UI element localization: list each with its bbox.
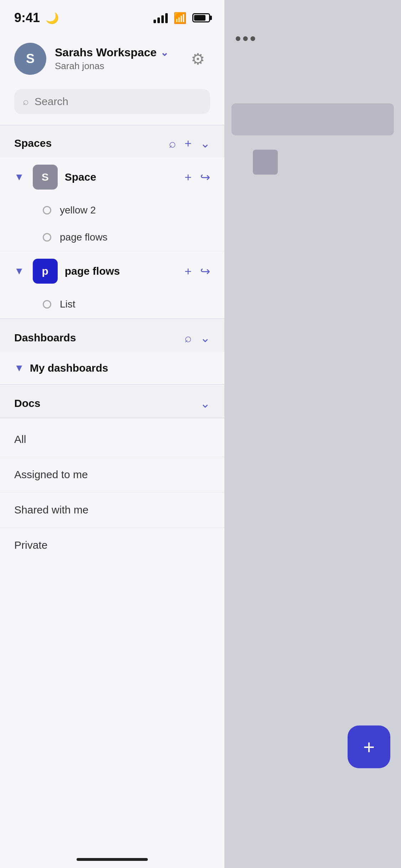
sub-item-0-1[interactable]: page flows xyxy=(0,224,224,251)
dashboards-collapse-icon[interactable]: ⌄ xyxy=(200,331,210,345)
sub-item-0-0[interactable]: yellow 2 xyxy=(0,197,224,224)
sub-item-label-0-0: yellow 2 xyxy=(60,205,96,216)
divider-2 xyxy=(0,319,224,319)
spaces-search-icon[interactable]: ⌕ xyxy=(169,136,176,150)
wifi-icon: 📶 xyxy=(173,12,187,24)
docs-collapse-icon[interactable]: ⌄ xyxy=(200,396,210,410)
menu-item-assigned[interactable]: Assigned to me xyxy=(0,457,224,492)
dashboards-title: Dashboards xyxy=(14,332,76,344)
sub-item-dot-0-0 xyxy=(43,206,51,215)
dashboard-name-0: My dashboards xyxy=(30,362,210,374)
avatar[interactable]: S xyxy=(14,43,46,75)
settings-button[interactable]: ⚙ xyxy=(185,46,210,71)
space-chevron-icon-0: ▼ xyxy=(14,171,24,183)
dashboards-header: Dashboards ⌕ ⌄ xyxy=(0,320,224,352)
fab-add-button[interactable]: + xyxy=(348,725,390,768)
moon-icon: 🌙 xyxy=(46,12,59,24)
spaces-section: Spaces ⌕ + ⌄ ▼ S Space + ↪ yellow 2 xyxy=(0,125,224,319)
status-bar: 9:41 🌙 📶 xyxy=(0,0,224,36)
dashboard-item-0[interactable]: ▼ My dashboards xyxy=(0,352,224,384)
spaces-header: Spaces ⌕ + ⌄ xyxy=(0,125,224,157)
workspace-header: S Sarahs Workspace ⌄ Sarah jonas ⚙ xyxy=(0,36,224,86)
menu-item-shared[interactable]: Shared with me xyxy=(0,492,224,528)
spaces-actions: ⌕ + ⌄ xyxy=(169,136,210,150)
sub-item-label-1-0: List xyxy=(60,299,75,310)
space-item-0: ▼ S Space + ↪ yellow 2 page flows xyxy=(0,157,224,251)
workspace-chevron-icon: ⌄ xyxy=(160,47,168,58)
workspace-user: Sarah jonas xyxy=(55,61,177,72)
space-signout-icon-1[interactable]: ↪ xyxy=(200,264,210,278)
search-input[interactable] xyxy=(35,95,202,108)
space-add-icon-1[interactable]: + xyxy=(184,264,192,278)
signal-icon xyxy=(153,12,168,23)
space-actions-1: + ↪ xyxy=(184,264,210,278)
sub-item-dot-1-0 xyxy=(43,300,51,309)
space-avatar-0: S xyxy=(33,165,58,190)
workspace-info: Sarahs Workspace ⌄ Sarah jonas xyxy=(55,46,177,72)
status-icons: 📶 xyxy=(153,12,210,24)
space-chevron-icon-1: ▼ xyxy=(14,265,24,277)
space-row-0[interactable]: ▼ S Space + ↪ xyxy=(0,157,224,197)
docs-section: Docs ⌄ xyxy=(0,386,224,418)
docs-title: Docs xyxy=(14,397,40,409)
spaces-title: Spaces xyxy=(14,137,52,149)
spaces-add-icon[interactable]: + xyxy=(184,136,192,150)
menu-list: All Assigned to me Shared with me Privat… xyxy=(0,418,224,566)
panel-square xyxy=(253,150,278,175)
space-avatar-1: p xyxy=(33,259,58,284)
dashboard-chevron-icon: ▼ xyxy=(14,362,24,374)
status-time: 9:41 xyxy=(14,10,40,25)
space-name-0: Space xyxy=(65,171,177,183)
docs-header: Docs ⌄ xyxy=(0,386,224,418)
sub-item-1-0[interactable]: List xyxy=(0,291,224,318)
sidebar: 9:41 🌙 📶 S Sarahs Workspace ⌄ Sarah jona… xyxy=(0,0,224,868)
search-container: ⌕ xyxy=(0,86,224,125)
space-item-1: ▼ p page flows + ↪ List xyxy=(0,252,224,318)
gear-icon: ⚙ xyxy=(191,50,205,68)
workspace-name[interactable]: Sarahs Workspace ⌄ xyxy=(55,46,177,59)
battery-icon xyxy=(192,13,210,22)
home-indicator xyxy=(77,858,148,861)
divider-3 xyxy=(0,384,224,385)
dashboards-search-icon[interactable]: ⌕ xyxy=(184,331,192,345)
space-add-icon-0[interactable]: + xyxy=(184,170,192,184)
spaces-collapse-icon[interactable]: ⌄ xyxy=(200,136,210,150)
space-row-1[interactable]: ▼ p page flows + ↪ xyxy=(0,252,224,291)
panel-bar xyxy=(231,103,394,135)
dashboards-actions: ⌕ ⌄ xyxy=(184,331,210,345)
sub-item-dot-0-1 xyxy=(43,233,51,242)
space-name-1: page flows xyxy=(65,265,177,277)
sub-item-label-0-1: page flows xyxy=(60,232,108,243)
dashboards-section: Dashboards ⌕ ⌄ ▼ My dashboards xyxy=(0,320,224,384)
menu-item-all[interactable]: All xyxy=(0,422,224,457)
space-actions-0: + ↪ xyxy=(184,170,210,184)
menu-item-private[interactable]: Private xyxy=(0,528,224,563)
search-icon: ⌕ xyxy=(23,96,29,107)
search-wrapper[interactable]: ⌕ xyxy=(14,89,210,114)
more-options-icon[interactable]: ••• xyxy=(235,29,257,48)
space-signout-icon-0[interactable]: ↪ xyxy=(200,170,210,184)
